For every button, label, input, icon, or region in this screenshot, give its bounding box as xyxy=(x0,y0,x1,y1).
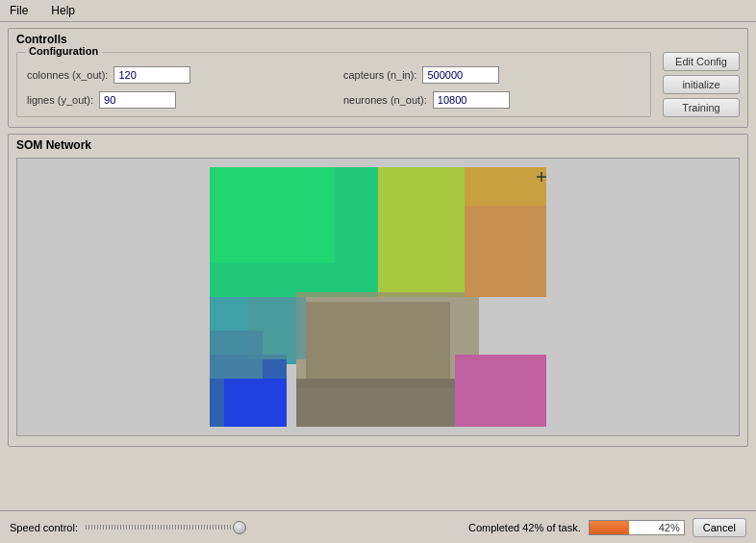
svg-rect-8 xyxy=(306,302,450,379)
som-network-area xyxy=(16,158,740,436)
svg-rect-6 xyxy=(224,379,287,427)
svg-rect-3 xyxy=(210,167,335,263)
controls-panel: Controlls Configuration colonnes (x_out)… xyxy=(8,28,748,128)
som-panel: SOM Network xyxy=(8,134,748,447)
config-row-colonnes: colonnes (x_out): xyxy=(27,66,324,84)
completed-text: Completed 42% of task. xyxy=(468,522,581,533)
config-row-neurones: neurones (n_out): xyxy=(343,91,641,109)
svg-rect-1 xyxy=(378,167,465,297)
initialize-button[interactable]: initialize xyxy=(663,75,740,94)
svg-rect-9 xyxy=(455,355,546,427)
svg-rect-13 xyxy=(210,331,263,379)
progress-bar-label: 42% xyxy=(659,522,680,533)
speed-slider-container[interactable] xyxy=(86,521,288,534)
slider-ticks xyxy=(86,525,231,530)
input-colonnes[interactable] xyxy=(113,66,190,84)
input-neurones[interactable] xyxy=(433,91,510,109)
svg-rect-11 xyxy=(465,206,546,297)
cancel-button[interactable]: Cancel xyxy=(693,518,746,537)
config-row-lignes: lignes (y_out): xyxy=(27,91,324,109)
training-button[interactable]: Training xyxy=(663,98,740,117)
controls-title: Controlls xyxy=(9,29,747,48)
label-colonnes: colonnes (x_out): xyxy=(27,69,108,81)
progress-bar: 42% xyxy=(589,520,685,535)
menu-file[interactable]: File xyxy=(4,2,34,19)
som-visualization[interactable] xyxy=(210,167,546,427)
config-grid: colonnes (x_out): capteurs (n_in): ligne… xyxy=(27,66,641,109)
progress-bar-fill xyxy=(590,521,629,534)
status-bar: Speed control: xyxy=(0,510,756,543)
menu-help[interactable]: Help xyxy=(45,2,81,19)
config-section: Configuration colonnes (x_out): capteurs… xyxy=(16,52,651,117)
controls-buttons: Edit Config initialize Training xyxy=(659,48,747,121)
label-neurones: neurones (n_out): xyxy=(343,94,427,106)
som-title: SOM Network xyxy=(9,135,747,154)
main-content: Controlls Configuration colonnes (x_out)… xyxy=(0,22,756,453)
label-capteurs: capteurs (n_in): xyxy=(343,69,416,81)
label-lignes: lignes (y_out): xyxy=(27,94,93,106)
input-lignes[interactable] xyxy=(99,91,176,109)
menubar: File Help xyxy=(0,0,756,22)
config-title: Configuration xyxy=(25,45,102,57)
input-capteurs[interactable] xyxy=(422,66,499,84)
edit-config-button[interactable]: Edit Config xyxy=(663,52,740,71)
speed-label: Speed control: xyxy=(10,522,78,533)
controls-row: Configuration colonnes (x_out): capteurs… xyxy=(9,48,747,121)
svg-rect-10 xyxy=(296,379,455,427)
speed-slider-handle[interactable] xyxy=(233,521,246,534)
config-row-capteurs: capteurs (n_in): xyxy=(343,66,641,84)
controls-main: Configuration colonnes (x_out): capteurs… xyxy=(9,48,659,121)
